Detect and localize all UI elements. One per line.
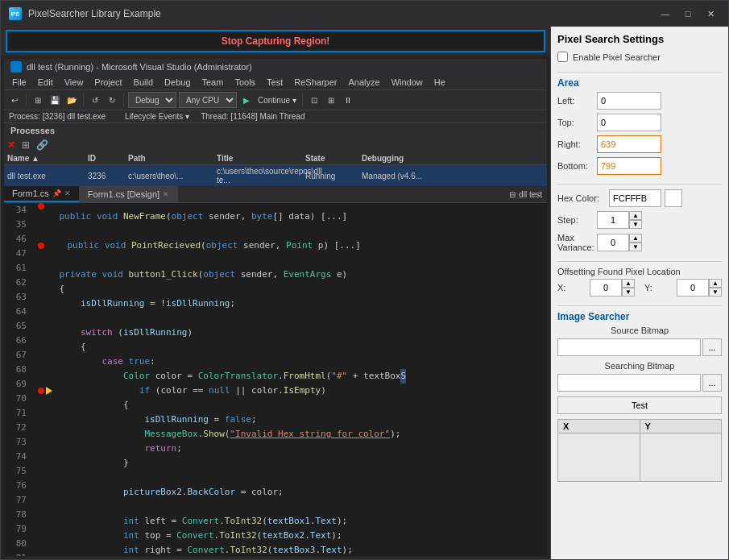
detach-icon[interactable]: 🔗 [36,139,48,151]
col-title: Title [217,154,305,163]
code-lines[interactable]: public void NewFrame(object sender, byte… [33,203,547,556]
right-input[interactable] [597,135,661,153]
code-area: 34 35 46 47 61 62 63 64 65 66 67 [4,203,547,556]
line-num-67: 67 [10,348,27,363]
step-down-button[interactable]: ▼ [629,220,642,229]
attach-icon[interactable]: ⊞ [22,139,30,151]
vs-toolbar: ↩ ⊞ 💾 📂 ↺ ↻ Debug Any CPU [4,89,547,110]
max-variance-label: Max Variance: [557,233,594,252]
line-num-81: 81 [10,551,27,556]
code-line-34 [38,203,547,209]
code-gutter: 34 35 46 47 61 62 63 64 65 66 67 [4,203,33,556]
menu-window[interactable]: Window [387,77,428,88]
app-icon: PS [9,7,22,20]
process-row: dll test.exe 3236 c:\users\theo\... c:\u… [4,165,547,186]
code-line-63: { [38,282,547,297]
toolbar-pause-icon[interactable]: ⏸ [341,93,355,107]
config-dropdown[interactable]: Debug [128,92,176,108]
offset-y-input[interactable] [677,279,709,297]
left-input[interactable] [597,92,661,110]
tab-design-close-icon[interactable]: ✕ [163,190,169,198]
toolbar-fwd-icon[interactable]: ↻ [105,93,119,107]
menu-view[interactable]: View [60,77,89,88]
toolbar-save-icon[interactable]: 💾 [48,93,62,107]
toolbar-copy-icon[interactable]: ⊞ [31,93,45,107]
code-line-65 [38,311,547,326]
menu-project[interactable]: Project [89,77,126,88]
process-id: 3236 [88,172,128,180]
line-num-63: 63 [10,290,27,305]
toolbar-back-icon[interactable]: ↺ [88,93,102,107]
max-variance-up-button[interactable]: ▲ [629,234,642,243]
code-line-74: return; [38,442,547,456]
offset-y-down-button[interactable]: ▼ [709,288,722,297]
offset-row: X: ▲ ▼ Y: ▲ ▼ [557,279,722,297]
toolbar-extra2-icon[interactable]: ⊞ [324,93,338,107]
line-num-62: 62 [10,276,27,290]
line-num-68: 68 [10,363,27,377]
image-searcher-title: Image Searcher [557,311,722,322]
menu-help[interactable]: He [429,77,450,88]
menu-test[interactable]: Test [262,77,288,88]
vs-screenshot: dll test (Running) - Microsoft Visual St… [1,56,550,559]
menu-debug[interactable]: Debug [159,77,195,88]
menu-analyze[interactable]: Analyze [343,77,384,88]
divider-3 [557,261,722,262]
max-variance-input[interactable] [597,234,629,251]
maximize-button[interactable]: □ [678,6,698,21]
code-line-70: if (color == null || color.IsEmpty) [38,384,547,398]
menu-edit[interactable]: Edit [33,77,58,88]
code-line-35: public void NewFrame(object sender, byte… [38,209,547,224]
line-num-80: 80 [10,537,27,551]
code-line-67: { [38,340,547,355]
menu-tools[interactable]: Tools [230,77,260,88]
line-num-47: 47 [10,247,27,261]
top-input[interactable] [597,114,661,131]
process-title: c:\users\theo\source\repos\dll te... [217,167,305,185]
xy-col-y: Y [640,420,722,433]
tab-form1-cs[interactable]: Form1.cs 📌 ✕ [4,186,80,202]
line-num-73: 73 [10,435,27,450]
bottom-input[interactable] [597,157,661,175]
offset-x-down-button[interactable]: ▼ [622,288,635,297]
max-variance-down-button[interactable]: ▼ [629,243,642,251]
tab-pin-icon[interactable]: 📌 [52,189,61,197]
col-path: Path [128,154,217,163]
xy-table: X Y [557,419,722,482]
code-tabs: Form1.cs 📌 ✕ Form1.cs [Design] ✕ ⊟ [4,186,547,203]
code-line-72: isDllRunning = false; [38,413,547,427]
close-button[interactable]: ✕ [701,6,720,21]
menu-resharper[interactable]: ReSharper [289,77,342,88]
minimize-button[interactable]: — [656,6,675,21]
step-input[interactable] [597,211,629,229]
capture-button[interactable]: Stop Capturing Region! [6,30,545,52]
platform-dropdown[interactable]: Any CPU [179,92,237,108]
toolbar-extra-icon[interactable]: ⊡ [307,93,321,107]
offset-x-up-button[interactable]: ▲ [622,279,635,288]
remove-process-icon[interactable]: ✕ [7,139,15,151]
enable-searcher-checkbox[interactable] [557,52,568,62]
code-line-78 [38,500,547,514]
test-button[interactable]: Test [557,396,722,414]
code-line-77: pictureBox2.BackColor = color; [38,485,547,500]
right-row: Right: [557,135,722,153]
toolbar-undo-icon[interactable]: ↩ [7,93,22,107]
toolbar-run-icon[interactable]: ▶ [239,93,254,107]
tab-close-icon[interactable]: ✕ [64,189,71,197]
searching-bitmap-input[interactable] [557,374,701,392]
offset-y-up-button[interactable]: ▲ [709,279,722,288]
toolbar-open-icon[interactable]: 📂 [64,93,79,107]
hex-color-input[interactable] [609,189,661,207]
source-bitmap-browse-button[interactable]: ... [702,338,722,356]
source-bitmap-row: ... [557,338,722,356]
vs-menu: File Edit View Project Build Debug Team … [4,75,547,89]
offset-x-input[interactable] [590,279,622,297]
menu-build[interactable]: Build [129,77,158,88]
source-bitmap-input[interactable] [557,338,701,356]
tab-form1-design[interactable]: Form1.cs [Design] ✕ [80,186,178,202]
menu-file[interactable]: File [7,77,31,88]
step-up-button[interactable]: ▲ [629,211,642,220]
searching-bitmap-browse-button[interactable]: ... [702,374,722,392]
code-editor: Form1.cs 📌 ✕ Form1.cs [Design] ✕ ⊟ [4,186,547,556]
menu-team[interactable]: Team [197,77,229,88]
